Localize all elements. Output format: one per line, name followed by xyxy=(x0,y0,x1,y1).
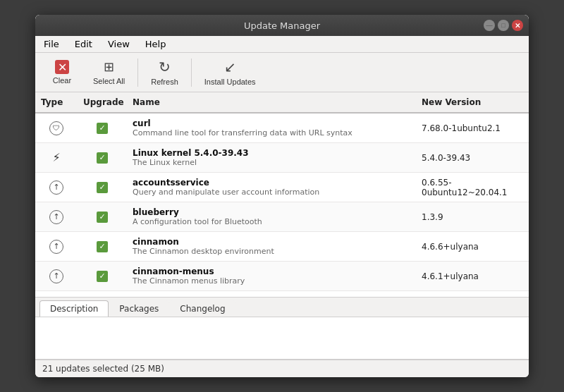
select-all-button[interactable]: ⊞ Select All xyxy=(83,56,135,88)
tab-description[interactable]: Description xyxy=(39,300,109,317)
upgrade-checkbox[interactable] xyxy=(97,241,108,252)
table-row: 🛡 curl Command line tool for transferrin… xyxy=(35,114,529,143)
upgrade-checkbox[interactable] xyxy=(97,182,108,193)
update-icon: ↑ xyxy=(49,180,63,195)
upgrade-cell[interactable] xyxy=(78,268,127,285)
toolbar-separator-1 xyxy=(137,59,138,87)
name-cell: curl Command line tool for transferring … xyxy=(127,116,416,140)
refresh-icon: ↻ xyxy=(159,59,171,75)
upgrade-checkbox[interactable] xyxy=(97,152,108,164)
kernel-icon: ⚡ xyxy=(52,151,60,164)
upgrade-cell[interactable] xyxy=(78,179,127,196)
select-all-icon: ⊞ xyxy=(104,59,114,75)
package-desc: The Linux kernel xyxy=(133,158,197,167)
toolbar-separator-2 xyxy=(191,59,192,87)
version-cell: 4.6.1+ulyana xyxy=(416,269,529,284)
col-version: New Version xyxy=(416,95,529,109)
table-row: ↑ accountsservice Query and manipulate u… xyxy=(35,173,529,202)
version-cell: 4.6.6+ulyana xyxy=(416,239,529,255)
table-row: ↑ cinnamon-menus The Cinnamon menus libr… xyxy=(35,262,529,291)
table-row: ↑ cinnamon-translations Translation file… xyxy=(35,291,529,297)
refresh-button[interactable]: ↻ Refresh xyxy=(141,56,188,89)
table-area: Type Upgrade Name New Version 🛡 curl Com… xyxy=(35,92,529,298)
package-name: Linux kernel 5.4.0-39.43 xyxy=(133,148,249,158)
type-cell: ⚡ xyxy=(35,148,78,167)
upgrade-checkbox[interactable] xyxy=(97,271,108,282)
type-cell: ↑ xyxy=(35,178,78,197)
menubar: File Edit View Help xyxy=(35,36,529,53)
table-row: ↑ blueberry A configuration tool for Blu… xyxy=(35,202,529,232)
version-cell: 1.3.9 xyxy=(416,209,529,225)
col-type: Type xyxy=(35,95,78,109)
upgrade-checkbox[interactable] xyxy=(97,123,108,134)
type-cell: ↑ xyxy=(35,237,78,257)
upgrade-cell[interactable] xyxy=(78,238,127,255)
tab-packages[interactable]: Packages xyxy=(109,300,169,317)
update-icon: ↑ xyxy=(49,210,63,224)
version-text: 4.6.1+ulyana xyxy=(422,271,479,281)
name-cell: accountsservice Query and manipulate use… xyxy=(127,175,416,200)
clear-icon: ✕ xyxy=(55,60,69,74)
main-window: Update Manager — □ ✕ File Edit View Help… xyxy=(35,15,529,377)
version-cell: 7.68.0-1ubuntu2.1 xyxy=(416,121,529,136)
clear-label: Clear xyxy=(53,76,71,85)
titlebar-buttons: — □ ✕ xyxy=(484,20,523,31)
table-row: ⚡ Linux kernel 5.4.0-39.43 The Linux ker… xyxy=(35,143,529,173)
version-text: 7.68.0-1ubuntu2.1 xyxy=(422,123,501,133)
type-cell: ↑ xyxy=(35,296,78,298)
window-title: Update Manager xyxy=(244,20,320,31)
security-icon: 🛡 xyxy=(49,121,63,135)
upgrade-cell[interactable] xyxy=(78,209,127,226)
name-cell: cinnamon-translations Translation files … xyxy=(127,293,416,297)
minimize-button[interactable]: — xyxy=(484,20,495,31)
package-name: cinnamon-translations xyxy=(133,296,240,297)
package-desc: Query and manipulate user account inform… xyxy=(133,188,319,197)
menu-edit[interactable]: Edit xyxy=(70,37,97,51)
table-body: 🛡 curl Command line tool for transferrin… xyxy=(35,114,529,297)
titlebar: Update Manager — □ ✕ xyxy=(35,15,529,36)
name-cell: blueberry A configuration tool for Bluet… xyxy=(127,204,416,229)
upgrade-cell[interactable] xyxy=(78,120,127,137)
version-text: 4.6.6+ulyana xyxy=(422,242,479,252)
package-desc: The Cinnamon desktop environment xyxy=(133,247,274,256)
package-name: blueberry xyxy=(133,207,179,217)
menu-help[interactable]: Help xyxy=(141,37,171,51)
status-text: 21 updates selected (25 MB) xyxy=(42,364,164,374)
type-cell: 🛡 xyxy=(35,118,78,138)
version-text: 5.4.0-39.43 xyxy=(422,153,470,163)
package-desc: A configuration tool for Bluetooth xyxy=(133,217,262,226)
close-button[interactable]: ✕ xyxy=(512,20,523,31)
name-cell: cinnamon-menus The Cinnamon menus librar… xyxy=(127,264,416,288)
install-updates-button[interactable]: ↙ Install Updates xyxy=(195,56,266,89)
tab-changelog[interactable]: Changelog xyxy=(169,300,235,317)
menu-view[interactable]: View xyxy=(104,37,134,51)
upgrade-cell[interactable] xyxy=(78,149,127,166)
install-label: Install Updates xyxy=(204,78,256,86)
package-name: curl xyxy=(133,118,151,128)
clear-button[interactable]: ✕ Clear xyxy=(41,57,83,87)
bottom-tabs: Description Packages Changelog xyxy=(35,298,529,317)
name-cell: cinnamon The Cinnamon desktop environmen… xyxy=(127,234,416,259)
type-cell: ↑ xyxy=(35,267,78,286)
table-header: Type Upgrade Name New Version xyxy=(35,92,529,114)
menu-file[interactable]: File xyxy=(39,37,63,51)
upgrade-checkbox[interactable] xyxy=(97,212,108,223)
install-icon: ↙ xyxy=(224,59,236,75)
package-name: cinnamon-menus xyxy=(133,267,214,276)
col-upgrade: Upgrade xyxy=(78,95,127,109)
toolbar: ✕ Clear ⊞ Select All ↻ Refresh ↙ Install… xyxy=(35,53,529,92)
update-icon: ↑ xyxy=(49,240,63,254)
package-desc: Command line tool for transferring data … xyxy=(133,128,352,137)
refresh-label: Refresh xyxy=(151,78,178,86)
version-text: 0.6.55-0ubuntu12~20.04.1 xyxy=(422,178,523,197)
version-cell: 5.4.0-39.43 xyxy=(416,150,529,166)
maximize-button[interactable]: □ xyxy=(498,20,509,31)
package-desc: The Cinnamon menus library xyxy=(133,276,245,286)
version-text: 1.3.9 xyxy=(422,212,443,222)
description-area xyxy=(35,317,529,360)
update-icon: ↑ xyxy=(49,269,63,283)
package-name: cinnamon xyxy=(133,237,179,247)
type-cell: ↑ xyxy=(35,207,78,227)
table-row: ↑ cinnamon The Cinnamon desktop environm… xyxy=(35,232,529,262)
select-all-label: Select All xyxy=(93,77,125,85)
